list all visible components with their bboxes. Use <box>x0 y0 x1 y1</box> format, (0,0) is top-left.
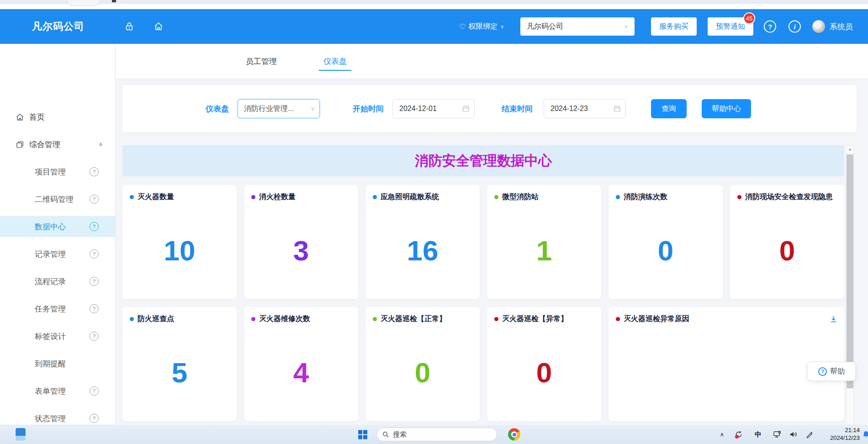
question-circle-icon[interactable]: ? <box>90 414 99 423</box>
dashboard-banner: 消防安全管理数据中心 <box>122 145 844 176</box>
permission-binding-menu[interactable]: ♡ 权限绑定 ∨ <box>459 22 504 32</box>
taskbar-clock[interactable]: 21:14 2024/12/23 <box>820 427 860 442</box>
sync-status-icon[interactable] <box>735 430 743 439</box>
scroll-up-arrow-icon[interactable]: ▲ <box>847 146 853 153</box>
sidebar-subitem[interactable]: 到期提醒 <box>0 353 115 374</box>
taskbar-search[interactable]: 搜索 <box>376 428 497 441</box>
sidebar-item-general-management[interactable]: 综合管理∧ <box>0 134 115 155</box>
stat-card-title: 应急照明疏散系统 <box>381 192 439 202</box>
sidebar-item-home[interactable]: 首页 <box>0 106 115 127</box>
sidebar-subitem[interactable]: 二维码管理? <box>0 189 115 210</box>
chevron-down-icon: ∨ <box>500 24 504 30</box>
dashboard-select[interactable]: 消防行业管理... ∨ <box>238 99 320 118</box>
lock-icon[interactable] <box>124 21 134 32</box>
stat-card-title: 灭火器巡检【正常】 <box>381 314 446 324</box>
sidebar-subitem-label: 二维码管理 <box>35 194 74 205</box>
stat-card-title: 灭火器数量 <box>138 192 174 202</box>
avatar[interactable] <box>812 20 825 33</box>
sync-alert-dot <box>735 435 739 439</box>
sidebar-subitem[interactable]: 标签设计? <box>0 326 115 347</box>
stat-card-value: 5 <box>122 324 237 421</box>
user-name[interactable]: 系统员 <box>830 21 853 32</box>
legend-dot-icon <box>130 195 134 199</box>
stat-card-title: 灭火器巡检【异常】 <box>502 314 568 324</box>
company-select[interactable]: 凡尔码公司 ∨ <box>520 17 635 36</box>
stat-card-value: 0 <box>730 202 844 299</box>
chevron-up-icon[interactable]: ∧ <box>99 141 103 148</box>
company-select-value: 凡尔码公司 <box>527 22 563 32</box>
end-time-label: 结束时间 <box>502 104 533 114</box>
help-icon[interactable]: ? <box>764 21 776 33</box>
service-purchase-button[interactable]: 服务购买 <box>651 17 697 36</box>
question-circle-icon[interactable]: ? <box>90 249 99 259</box>
sidebar-subitem[interactable]: 数据中心? <box>0 216 115 237</box>
question-circle-icon[interactable]: ? <box>90 222 99 231</box>
heart-icon: ♡ <box>459 22 466 31</box>
stat-card: 消防现场安全检查发现隐患0 <box>730 185 844 299</box>
download-icon[interactable] <box>829 315 838 323</box>
chrome-icon[interactable] <box>508 428 520 441</box>
stat-card-value: 3 <box>244 202 358 299</box>
brand-title: 凡尔码公司 <box>32 20 85 33</box>
tab-dashboard[interactable]: 仪表盘 <box>323 44 347 79</box>
sidebar-subitem[interactable]: 表单管理? <box>0 381 115 402</box>
taskbar-date: 2024/12/23 <box>820 434 860 442</box>
start-date-input[interactable]: 2024-12-01 <box>392 99 475 118</box>
stat-card: 应急照明疏散系统16 <box>365 185 480 299</box>
question-circle-icon[interactable]: ? <box>90 304 99 313</box>
sidebar-subitem[interactable]: 记录管理? <box>0 243 115 264</box>
ime-indicator[interactable]: 中 <box>755 430 762 439</box>
sidebar-subitem-label: 记录管理 <box>35 249 66 259</box>
search-icon <box>382 431 389 438</box>
question-circle-icon[interactable]: ? <box>90 386 99 396</box>
stat-card-title: 微型消防站 <box>502 192 539 202</box>
end-date-input[interactable]: 2024-12-23 <box>544 99 626 118</box>
filter-panel: 仪表盘 消防行业管理... ∨ 开始时间 2024-12-01 结束时间 202… <box>122 85 857 132</box>
address-bar-fragment <box>67 0 100 6</box>
stat-card-value: 0 <box>487 324 601 421</box>
stat-card-title: 消防现场安全检查发现隐患 <box>745 192 833 202</box>
dashboard-select-value: 消防行业管理... <box>244 104 294 114</box>
start-button[interactable] <box>358 430 367 439</box>
question-circle-icon[interactable]: ? <box>90 332 99 341</box>
calendar-icon <box>462 105 470 112</box>
speaker-icon[interactable] <box>789 431 798 438</box>
sidebar-subitem-label: 项目管理 <box>35 167 66 177</box>
taskbar-time: 21:14 <box>820 427 860 434</box>
question-circle-icon[interactable]: ? <box>90 167 99 176</box>
legend-dot-icon <box>616 195 620 199</box>
stat-card-title: 防火巡查点 <box>138 314 174 324</box>
tab-employee-management[interactable]: 员工管理 <box>246 44 277 79</box>
stat-card: 消防演练次数0 <box>609 185 723 299</box>
help-float-label: 帮助 <box>830 367 845 376</box>
help-floating-button[interactable]: ? 帮助 <box>807 362 856 381</box>
info-icon[interactable]: i <box>789 21 801 33</box>
sidebar-subitem-label: 标签设计 <box>35 331 66 342</box>
sidebar-subitem[interactable]: 项目管理? <box>0 161 115 182</box>
sidebar-subitem[interactable]: 流程记录? <box>0 271 115 292</box>
tray-chevron-up-icon[interactable]: ∧ <box>720 431 724 438</box>
network-monitor-icon[interactable] <box>773 431 781 438</box>
help-center-button[interactable]: 帮助中心 <box>702 99 751 118</box>
stat-card-title: 消防演练次数 <box>624 192 667 202</box>
legend-dot-icon <box>494 195 498 199</box>
stat-cards-grid: 灭火器数量10消火栓数量3应急照明疏散系统16微型消防站1消防演练次数0消防现场… <box>122 185 844 421</box>
scrollbar-thumb[interactable] <box>847 154 853 388</box>
content-scrollbar[interactable]: ▲ <box>846 145 854 425</box>
sidebar-subitem-label: 状态管理 <box>35 413 66 424</box>
calendar-icon <box>614 105 621 112</box>
permission-label: 权限绑定 <box>468 22 498 32</box>
query-button[interactable]: 查询 <box>651 99 687 118</box>
stat-card-value: 0 <box>365 324 480 421</box>
notification-bell-icon[interactable] <box>863 431 868 438</box>
taskbar-app-icon[interactable] <box>16 428 26 441</box>
question-circle-icon[interactable]: ? <box>90 277 99 286</box>
stat-card-value: 1 <box>487 202 601 299</box>
legend-dot-icon <box>373 317 377 321</box>
sidebar-subitem[interactable]: 任务管理? <box>0 298 115 319</box>
stat-card: 消火栓数量3 <box>244 185 358 299</box>
question-circle-icon[interactable]: ? <box>90 195 99 204</box>
stat-card: 灭火器数量10 <box>122 185 237 299</box>
pen-battery-icon[interactable] <box>806 431 813 438</box>
home-icon[interactable] <box>153 21 164 32</box>
